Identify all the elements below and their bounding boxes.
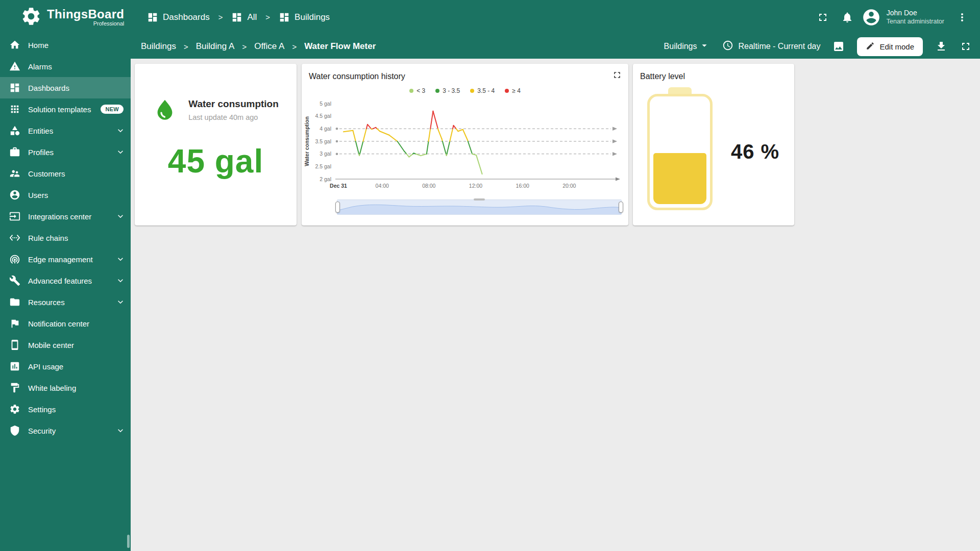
entity-select[interactable]: Buildings xyxy=(664,40,710,53)
sidebar-item-api-usage[interactable]: API usage xyxy=(0,356,131,377)
header-actions: John Doe Tenant administrator xyxy=(812,7,973,28)
sidebar-item-users[interactable]: Users xyxy=(0,184,131,206)
edit-mode-button[interactable]: Edit mode xyxy=(857,37,923,56)
resources-icon xyxy=(9,296,20,308)
more-menu-icon[interactable] xyxy=(951,7,973,28)
sidebar-item-security[interactable]: Security xyxy=(0,420,131,441)
thingsboard-logo[interactable]: ThingsBoard Professional xyxy=(0,6,131,29)
sidebar-item-label: Security xyxy=(28,427,56,435)
sidebar-item-advanced-features[interactable]: Advanced features xyxy=(0,270,131,291)
fullscreen-icon[interactable] xyxy=(812,7,834,28)
chevron-down-icon xyxy=(115,297,126,307)
expand-chart-icon[interactable] xyxy=(612,70,622,80)
sidebar-item-white-labeling[interactable]: White labeling xyxy=(0,377,131,398)
battery-gauge xyxy=(647,87,713,210)
svg-text:20:00: 20:00 xyxy=(562,183,576,189)
sidebar-item-label: Solution templates xyxy=(28,105,91,114)
sidebar-item-label: API usage xyxy=(28,362,63,371)
chart-legend: < 33 - 3.53.5 - 4≥ 4 xyxy=(302,87,628,94)
sidebar-item-dashboards[interactable]: Dashboards xyxy=(0,77,131,98)
sidebar-item-notification-center[interactable]: Notification center xyxy=(0,313,131,334)
minimap-drag-handle[interactable] xyxy=(474,198,485,201)
user-name: John Doe xyxy=(887,8,944,17)
breadcrumb-item-all[interactable]: All xyxy=(231,12,257,23)
breadcrumb-item-buildings[interactable]: Buildings xyxy=(279,12,330,23)
new-badge: NEW xyxy=(101,105,124,114)
sidebar-item-alarms[interactable]: Alarms xyxy=(0,56,131,77)
sidebar-nav: HomeAlarmsDashboardsSolution templatesNE… xyxy=(0,34,131,441)
sidebar-item-integrations-center[interactable]: Integrations center xyxy=(0,206,131,227)
dashboard-breadcrumb-building-a[interactable]: Building A xyxy=(196,41,235,52)
rule-chains-icon xyxy=(9,232,20,243)
battery-body xyxy=(647,94,713,210)
breadcrumb-separator: > xyxy=(242,42,247,51)
legend-item[interactable]: < 3 xyxy=(409,87,425,94)
svg-text:3.5 gal: 3.5 gal xyxy=(315,138,331,144)
download-icon[interactable] xyxy=(935,40,947,53)
sidebar-item-edge-management[interactable]: Edge management xyxy=(0,248,131,270)
mobile-center-icon xyxy=(9,339,20,350)
breadcrumb-separator: > xyxy=(184,42,188,51)
sidebar-item-label: Alarms xyxy=(28,62,52,71)
sidebar-item-label: Rule chains xyxy=(28,234,68,242)
svg-text:5 gal: 5 gal xyxy=(320,101,331,107)
dashboard-breadcrumb-office-a[interactable]: Office A xyxy=(254,41,284,52)
breadcrumb-item-dashboards[interactable]: Dashboards xyxy=(147,12,210,23)
svg-text:4 gal: 4 gal xyxy=(320,126,331,132)
chart-minimap[interactable] xyxy=(337,199,622,215)
legend-item[interactable]: 3.5 - 4 xyxy=(470,87,495,94)
legend-item[interactable]: 3 - 3.5 xyxy=(435,87,460,94)
notifications-bell-icon[interactable] xyxy=(837,7,858,28)
sidebar-item-label: Notification center xyxy=(28,319,89,328)
user-info[interactable]: John Doe Tenant administrator xyxy=(887,8,944,26)
legend-dot xyxy=(409,89,413,93)
sidebar-scrollbar[interactable] xyxy=(127,535,130,548)
chevron-down-icon xyxy=(115,254,126,264)
avatar[interactable] xyxy=(861,7,881,28)
sidebar-item-label: Profiles xyxy=(28,148,54,157)
svg-text:4.5 gal: 4.5 gal xyxy=(315,113,331,119)
water-history-title: Water consumption history xyxy=(309,72,405,81)
battery-level-value: 46 % xyxy=(731,140,779,163)
consumption-chart[interactable]: 5 gal4.5 gal4 gal3.5 gal3 gal2.5 gal2 ga… xyxy=(304,97,624,197)
sidebar-item-home[interactable]: Home xyxy=(0,34,131,56)
settings-icon xyxy=(9,404,20,415)
entity-select-value: Buildings xyxy=(664,42,697,51)
profiles-icon xyxy=(9,146,20,158)
chevron-down-icon xyxy=(115,425,126,436)
sidebar-item-label: Entities xyxy=(28,127,53,135)
entities-icon xyxy=(9,125,20,136)
svg-text:2 gal: 2 gal xyxy=(320,176,331,182)
sidebar: HomeAlarmsDashboardsSolution templatesNE… xyxy=(0,34,131,551)
sidebar-item-customers[interactable]: Customers xyxy=(0,163,131,184)
timewindow-button[interactable]: Realtime - Current day xyxy=(722,40,821,53)
sidebar-item-label: Settings xyxy=(28,405,56,414)
security-icon xyxy=(9,425,20,436)
dashboard-breadcrumb-water-flow-meter[interactable]: Water Flow Meter xyxy=(304,41,376,52)
sidebar-item-entities[interactable]: Entities xyxy=(0,120,131,141)
sidebar-item-rule-chains[interactable]: Rule chains xyxy=(0,227,131,248)
svg-text:08:00: 08:00 xyxy=(422,183,435,189)
sidebar-item-mobile-center[interactable]: Mobile center xyxy=(0,334,131,356)
toolbar-fullscreen-icon[interactable] xyxy=(960,40,972,53)
minimap-right-handle[interactable] xyxy=(619,202,623,213)
chevron-down-icon xyxy=(115,126,126,136)
legend-item[interactable]: ≥ 4 xyxy=(505,87,521,94)
image-export-icon[interactable] xyxy=(832,40,845,53)
alarms-icon xyxy=(9,61,20,72)
notification-center-icon xyxy=(9,318,20,329)
sidebar-item-settings[interactable]: Settings xyxy=(0,398,131,420)
sidebar-item-profiles[interactable]: Profiles xyxy=(0,141,131,163)
legend-label: 3 - 3.5 xyxy=(443,87,460,94)
dashboard-content: Water consumption Last update 40m ago 45… xyxy=(131,59,980,551)
svg-text:12:00: 12:00 xyxy=(469,183,482,189)
sidebar-item-solution-templates[interactable]: Solution templatesNEW xyxy=(0,98,131,120)
dashboard-breadcrumb-buildings[interactable]: Buildings xyxy=(141,41,176,52)
clock-icon xyxy=(722,40,733,53)
svg-text:2.5 gal: 2.5 gal xyxy=(315,163,331,169)
edge-management-icon xyxy=(9,254,20,265)
minimap-left-handle[interactable] xyxy=(335,202,340,213)
battery-level-card: Battery level 46 % xyxy=(633,64,794,226)
sidebar-item-resources[interactable]: Resources xyxy=(0,291,131,313)
breadcrumb-separator: > xyxy=(292,42,297,51)
